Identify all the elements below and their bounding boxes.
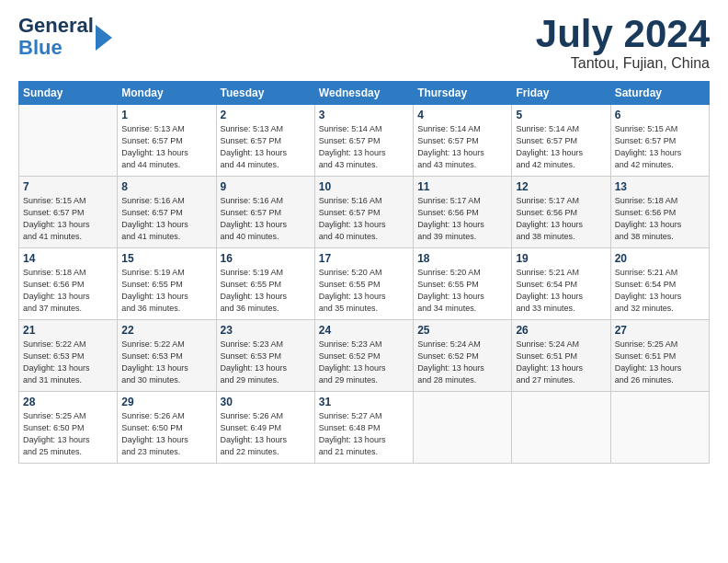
day-number: 26 <box>516 324 606 337</box>
calendar-cell: 24Sunrise: 5:23 AM Sunset: 6:52 PM Dayli… <box>314 320 413 392</box>
calendar-cell: 2Sunrise: 5:13 AM Sunset: 6:57 PM Daylig… <box>216 105 314 177</box>
calendar-cell: 10Sunrise: 5:16 AM Sunset: 6:57 PM Dayli… <box>314 177 413 248</box>
day-info: Sunrise: 5:21 AM Sunset: 6:54 PM Dayligh… <box>615 267 705 315</box>
day-number: 27 <box>615 324 705 337</box>
day-info: Sunrise: 5:27 AM Sunset: 6:48 PM Dayligh… <box>319 410 409 458</box>
day-number: 5 <box>516 109 606 121</box>
calendar-cell <box>610 392 709 464</box>
weekday-header-saturday: Saturday <box>610 82 709 105</box>
day-info: Sunrise: 5:22 AM Sunset: 6:53 PM Dayligh… <box>23 339 113 386</box>
day-info: Sunrise: 5:26 AM Sunset: 6:49 PM Dayligh… <box>221 410 311 458</box>
day-number: 4 <box>417 109 507 121</box>
calendar-cell: 16Sunrise: 5:19 AM Sunset: 6:55 PM Dayli… <box>216 248 314 320</box>
calendar-cell: 23Sunrise: 5:23 AM Sunset: 6:53 PM Dayli… <box>216 320 314 392</box>
calendar-cell: 7Sunrise: 5:15 AM Sunset: 6:57 PM Daylig… <box>19 177 118 248</box>
calendar-cell: 27Sunrise: 5:25 AM Sunset: 6:51 PM Dayli… <box>610 320 709 392</box>
day-number: 3 <box>319 109 409 121</box>
calendar-cell <box>512 392 610 464</box>
day-info: Sunrise: 5:14 AM Sunset: 6:57 PM Dayligh… <box>319 123 409 171</box>
day-info: Sunrise: 5:22 AM Sunset: 6:53 PM Dayligh… <box>121 339 211 386</box>
calendar-week-row: 21Sunrise: 5:22 AM Sunset: 6:53 PM Dayli… <box>19 320 710 392</box>
calendar-cell: 11Sunrise: 5:17 AM Sunset: 6:56 PM Dayli… <box>414 177 512 248</box>
day-number: 30 <box>221 396 311 408</box>
day-number: 12 <box>516 180 606 193</box>
day-number: 10 <box>319 180 409 193</box>
day-number: 29 <box>121 396 211 408</box>
weekday-header-monday: Monday <box>118 82 216 105</box>
month-title: July 2024 <box>536 15 710 53</box>
calendar-header: SundayMondayTuesdayWednesdayThursdayFrid… <box>19 82 710 105</box>
day-info: Sunrise: 5:18 AM Sunset: 6:56 PM Dayligh… <box>615 195 705 243</box>
calendar-cell: 20Sunrise: 5:21 AM Sunset: 6:54 PM Dayli… <box>610 248 709 320</box>
day-number: 22 <box>121 324 211 337</box>
day-info: Sunrise: 5:15 AM Sunset: 6:57 PM Dayligh… <box>615 123 705 171</box>
calendar-cell: 25Sunrise: 5:24 AM Sunset: 6:52 PM Dayli… <box>414 320 512 392</box>
calendar-body: 1Sunrise: 5:13 AM Sunset: 6:57 PM Daylig… <box>19 105 710 464</box>
day-info: Sunrise: 5:14 AM Sunset: 6:57 PM Dayligh… <box>516 123 606 171</box>
logo-text-block: General Blue <box>18 15 112 59</box>
day-number: 11 <box>417 180 507 193</box>
weekday-header-thursday: Thursday <box>414 82 512 105</box>
calendar-cell: 9Sunrise: 5:16 AM Sunset: 6:57 PM Daylig… <box>216 177 314 248</box>
weekday-header-row: SundayMondayTuesdayWednesdayThursdayFrid… <box>19 82 710 105</box>
calendar-cell: 14Sunrise: 5:18 AM Sunset: 6:56 PM Dayli… <box>19 248 118 320</box>
day-number: 6 <box>615 109 705 121</box>
day-info: Sunrise: 5:14 AM Sunset: 6:57 PM Dayligh… <box>417 123 507 171</box>
day-info: Sunrise: 5:21 AM Sunset: 6:54 PM Dayligh… <box>516 267 606 315</box>
day-number: 15 <box>121 252 211 265</box>
day-number: 2 <box>221 109 311 121</box>
day-info: Sunrise: 5:24 AM Sunset: 6:52 PM Dayligh… <box>417 339 507 386</box>
header: General Blue July 2024 Tantou, Fujian, C… <box>18 15 710 72</box>
day-info: Sunrise: 5:16 AM Sunset: 6:57 PM Dayligh… <box>221 195 311 243</box>
calendar-cell: 5Sunrise: 5:14 AM Sunset: 6:57 PM Daylig… <box>512 105 610 177</box>
calendar-cell: 15Sunrise: 5:19 AM Sunset: 6:55 PM Dayli… <box>118 248 216 320</box>
day-info: Sunrise: 5:25 AM Sunset: 6:51 PM Dayligh… <box>615 339 705 386</box>
day-info: Sunrise: 5:24 AM Sunset: 6:51 PM Dayligh… <box>516 339 606 386</box>
calendar-week-row: 28Sunrise: 5:25 AM Sunset: 6:50 PM Dayli… <box>19 392 710 464</box>
calendar-cell: 29Sunrise: 5:26 AM Sunset: 6:50 PM Dayli… <box>118 392 216 464</box>
day-info: Sunrise: 5:23 AM Sunset: 6:52 PM Dayligh… <box>319 339 409 386</box>
calendar-cell: 6Sunrise: 5:15 AM Sunset: 6:57 PM Daylig… <box>610 105 709 177</box>
day-number: 7 <box>23 180 113 193</box>
day-number: 23 <box>221 324 311 337</box>
calendar-cell: 26Sunrise: 5:24 AM Sunset: 6:51 PM Dayli… <box>512 320 610 392</box>
day-info: Sunrise: 5:26 AM Sunset: 6:50 PM Dayligh… <box>121 410 211 458</box>
calendar-week-row: 1Sunrise: 5:13 AM Sunset: 6:57 PM Daylig… <box>19 105 710 177</box>
day-info: Sunrise: 5:20 AM Sunset: 6:55 PM Dayligh… <box>319 267 409 315</box>
calendar-cell: 12Sunrise: 5:17 AM Sunset: 6:56 PM Dayli… <box>512 177 610 248</box>
day-info: Sunrise: 5:16 AM Sunset: 6:57 PM Dayligh… <box>319 195 409 243</box>
day-info: Sunrise: 5:19 AM Sunset: 6:55 PM Dayligh… <box>221 267 311 315</box>
logo-arrow-icon <box>96 25 112 51</box>
day-number: 19 <box>516 252 606 265</box>
day-info: Sunrise: 5:13 AM Sunset: 6:57 PM Dayligh… <box>221 123 311 171</box>
day-number: 31 <box>319 396 409 408</box>
day-number: 9 <box>221 180 311 193</box>
calendar-cell: 28Sunrise: 5:25 AM Sunset: 6:50 PM Dayli… <box>19 392 118 464</box>
day-info: Sunrise: 5:20 AM Sunset: 6:55 PM Dayligh… <box>417 267 507 315</box>
logo-name: General Blue <box>18 15 94 59</box>
day-info: Sunrise: 5:18 AM Sunset: 6:56 PM Dayligh… <box>23 267 113 315</box>
calendar-cell: 3Sunrise: 5:14 AM Sunset: 6:57 PM Daylig… <box>314 105 413 177</box>
day-info: Sunrise: 5:16 AM Sunset: 6:57 PM Dayligh… <box>121 195 211 243</box>
day-info: Sunrise: 5:15 AM Sunset: 6:57 PM Dayligh… <box>23 195 113 243</box>
weekday-header-friday: Friday <box>512 82 610 105</box>
day-number: 8 <box>121 180 211 193</box>
calendar-cell: 21Sunrise: 5:22 AM Sunset: 6:53 PM Dayli… <box>19 320 118 392</box>
day-number: 20 <box>615 252 705 265</box>
calendar-cell: 13Sunrise: 5:18 AM Sunset: 6:56 PM Dayli… <box>610 177 709 248</box>
day-number: 21 <box>23 324 113 337</box>
day-number: 1 <box>121 109 211 121</box>
calendar-cell: 8Sunrise: 5:16 AM Sunset: 6:57 PM Daylig… <box>118 177 216 248</box>
calendar-cell: 4Sunrise: 5:14 AM Sunset: 6:57 PM Daylig… <box>414 105 512 177</box>
calendar-cell <box>414 392 512 464</box>
calendar-week-row: 14Sunrise: 5:18 AM Sunset: 6:56 PM Dayli… <box>19 248 710 320</box>
weekday-header-wednesday: Wednesday <box>314 82 413 105</box>
calendar-cell: 22Sunrise: 5:22 AM Sunset: 6:53 PM Dayli… <box>118 320 216 392</box>
location-subtitle: Tantou, Fujian, China <box>536 55 710 72</box>
title-block: July 2024 Tantou, Fujian, China <box>536 15 710 72</box>
calendar-cell: 31Sunrise: 5:27 AM Sunset: 6:48 PM Dayli… <box>314 392 413 464</box>
day-info: Sunrise: 5:17 AM Sunset: 6:56 PM Dayligh… <box>417 195 507 243</box>
day-number: 28 <box>23 396 113 408</box>
day-info: Sunrise: 5:17 AM Sunset: 6:56 PM Dayligh… <box>516 195 606 243</box>
day-number: 25 <box>417 324 507 337</box>
